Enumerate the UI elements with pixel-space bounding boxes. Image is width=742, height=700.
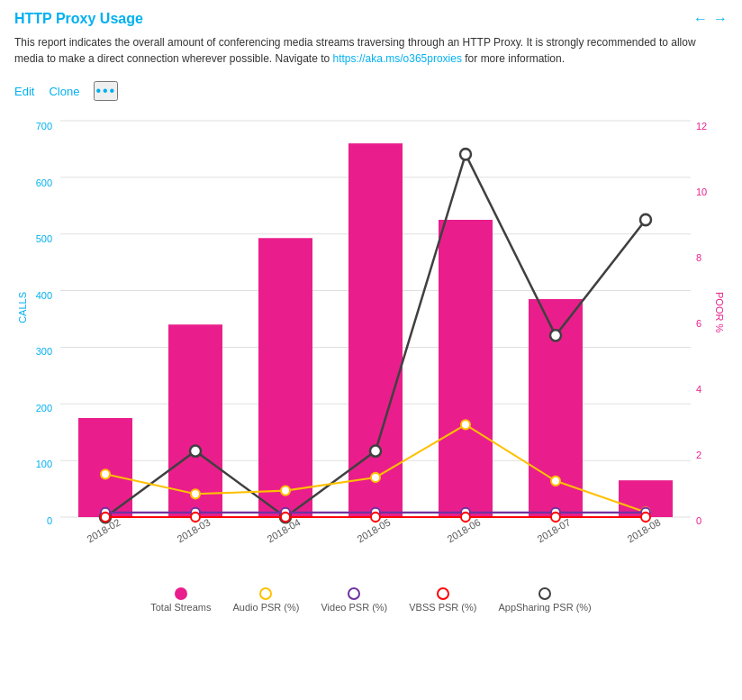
nav-next-button[interactable]: →	[713, 11, 728, 27]
bar-2018-03	[168, 324, 222, 517]
legend-label-total-streams: Total Streams	[150, 602, 211, 613]
header-row: HTTP Proxy Usage ← →	[14, 11, 728, 27]
chart-svg: 2018-02 2018-03 2018-04 2018-05 2018-06 …	[60, 121, 691, 517]
page-title: HTTP Proxy Usage	[14, 11, 143, 27]
report-description: This report indicates the overall amount…	[14, 34, 728, 67]
audio-dot-3	[281, 486, 290, 495]
y-left-label: CALLS	[17, 292, 28, 323]
legend-dot-vbss-psr	[437, 587, 449, 600]
legend-dot-video-psr	[348, 587, 360, 600]
edit-button[interactable]: Edit	[14, 85, 34, 98]
audio-dot-5	[461, 420, 470, 429]
chart-svg-container: 2018-02 2018-03 2018-04 2018-05 2018-06 …	[60, 121, 691, 517]
legend-label-video-psr: Video PSR (%)	[321, 602, 387, 613]
bar-2018-04	[258, 238, 312, 517]
legend-label-audio-psr: Audio PSR (%)	[232, 602, 299, 613]
legend-dot-audio-psr	[259, 587, 272, 600]
nav-prev-button[interactable]: ←	[693, 11, 708, 27]
legend-total-streams: Total Streams	[150, 587, 211, 613]
legend-dot-appsharing-psr	[538, 587, 551, 600]
nav-arrows: ← →	[693, 11, 728, 27]
chart-area: 700 600 500 400 300 200 100 0 CALLS 12 1…	[15, 112, 727, 580]
legend-audio-psr: Audio PSR (%)	[232, 587, 299, 613]
chart-legend: Total Streams Audio PSR (%) Video PSR (%…	[14, 587, 728, 613]
audio-dot-2	[191, 489, 200, 498]
toolbar: Edit Clone •••	[14, 81, 728, 101]
more-options-button[interactable]: •••	[94, 81, 118, 101]
audio-dot-4	[371, 473, 380, 482]
appsharing-dot-4	[370, 445, 381, 456]
appsharing-dot-7	[640, 214, 651, 225]
y-right-label: POOR %	[714, 292, 725, 332]
clone-button[interactable]: Clone	[49, 85, 79, 98]
appsharing-dot-5	[460, 149, 471, 159]
bar-2018-05	[348, 143, 403, 517]
legend-video-psr: Video PSR (%)	[321, 587, 387, 613]
proxy-link[interactable]: https://aka.ms/o365proxies	[333, 52, 462, 65]
y-axis-left: 700 600 500 400 300 200 100 0	[15, 121, 56, 526]
legend-label-appsharing-psr: AppSharing PSR (%)	[498, 602, 591, 613]
appsharing-dot-6	[550, 330, 561, 341]
appsharing-dot-2	[190, 445, 201, 456]
legend-label-vbss-psr: VBSS PSR (%)	[409, 602, 476, 613]
audio-dot-6	[551, 477, 560, 486]
legend-dot-total-streams	[175, 587, 187, 600]
legend-appsharing-psr: AppSharing PSR (%)	[498, 587, 591, 613]
audio-dot-1	[101, 469, 110, 478]
bar-2018-06	[439, 220, 493, 517]
legend-vbss-psr: VBSS PSR (%)	[409, 587, 476, 613]
